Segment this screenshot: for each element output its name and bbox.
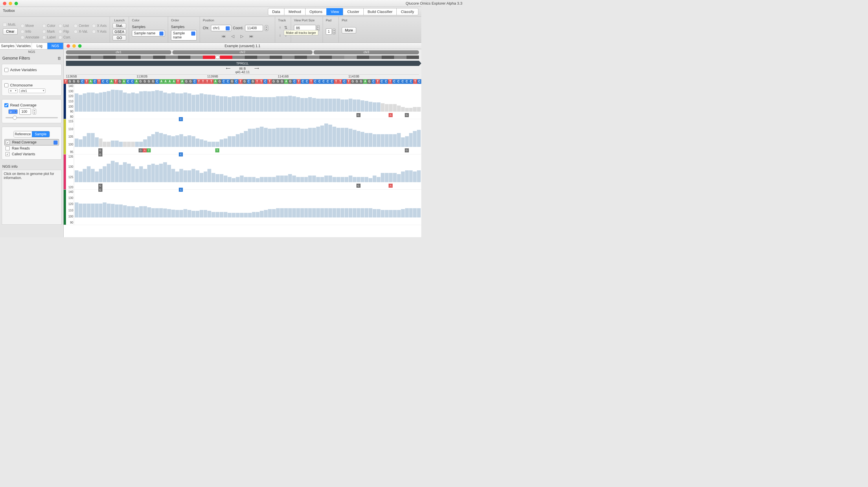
variant-marker[interactable]: T bbox=[215, 148, 219, 153]
chrom-overview-chr2[interactable]: chr2 bbox=[173, 50, 313, 54]
track-option-called-variants[interactable]: ✓Called Variants bbox=[4, 151, 59, 157]
coverage-track-sample1[interactable]: 1401301201101009080CGAG bbox=[64, 84, 421, 119]
coverage-track-sample3[interactable]: 135130125120GGCGA bbox=[64, 155, 421, 190]
variant-marker[interactable]: G bbox=[138, 148, 143, 153]
tool-center[interactable]: Center bbox=[74, 24, 89, 28]
nav-rewind-icon[interactable]: ⏮ bbox=[220, 34, 227, 39]
tool-x-val[interactable]: X-Val. bbox=[74, 30, 89, 34]
track-option-raw-reads[interactable]: Raw Reads bbox=[4, 145, 59, 151]
ideogram-band bbox=[257, 56, 270, 59]
chrom-overview-chr3[interactable]: chr3 bbox=[314, 50, 419, 54]
base-T: T bbox=[97, 79, 101, 84]
checkbox-icon[interactable]: ✓ bbox=[5, 152, 9, 156]
checkbox-icon[interactable] bbox=[5, 146, 9, 151]
tool-flip[interactable]: Flip bbox=[58, 30, 71, 34]
lefttab-samples[interactable]: Samples bbox=[0, 43, 16, 49]
tool-mark[interactable]: Mark bbox=[42, 30, 56, 34]
variant-marker[interactable]: A bbox=[389, 184, 393, 188]
pad-input[interactable]: 1 bbox=[326, 28, 332, 35]
read-coverage-checkbox[interactable]: Read Coverage bbox=[4, 102, 59, 108]
cytoband-label: q41-42.11 bbox=[66, 70, 419, 74]
base-C: C bbox=[317, 79, 321, 84]
variant-marker[interactable]: G bbox=[356, 184, 361, 188]
variant-marker[interactable]: G bbox=[405, 148, 409, 153]
tool-color[interactable]: Color bbox=[42, 24, 56, 28]
tool-move[interactable]: Move bbox=[21, 24, 39, 28]
more-button[interactable]: More bbox=[342, 27, 356, 34]
multi-checkbox[interactable]: Multi. bbox=[3, 23, 18, 27]
menu-build-classifier[interactable]: Build Classifier bbox=[363, 8, 397, 15]
chrom-overview-chr1[interactable]: chr1 bbox=[66, 50, 171, 54]
tool-info[interactable]: Info bbox=[21, 30, 39, 34]
menu-cluster[interactable]: Cluster bbox=[343, 8, 363, 15]
ref-sample-segment[interactable]: Reference Sample bbox=[13, 131, 50, 137]
tool-corr[interactable]: Corr. bbox=[58, 35, 71, 39]
readcov-op-select[interactable]: ≥ bbox=[8, 109, 18, 114]
track-up-icon[interactable]: ↑ bbox=[278, 25, 282, 30]
coverage-track-sample4[interactable]: 14013012011010090 bbox=[64, 190, 421, 225]
gene-bar[interactable]: TPRG1L bbox=[66, 61, 419, 66]
launch-go-button[interactable]: GO bbox=[113, 35, 126, 40]
lefttab-log[interactable]: Log bbox=[32, 43, 48, 49]
lefttab-ngs[interactable]: NGS bbox=[48, 43, 63, 49]
chromosome-overview[interactable]: chr1chr2chr3 bbox=[66, 50, 419, 54]
chr-select[interactable]: chr1 bbox=[211, 25, 231, 31]
readcov-stepper[interactable]: ▴▾ bbox=[33, 109, 36, 115]
ideogram[interactable] bbox=[66, 56, 419, 59]
active-variables-checkbox[interactable]: Active Variables bbox=[4, 66, 59, 73]
variant-marker[interactable]: T bbox=[147, 148, 151, 153]
coverage-track-sample2[interactable]: 11511010510095GGGATCTG bbox=[64, 119, 421, 155]
checkbox-icon[interactable]: ✓ bbox=[6, 140, 10, 144]
coverage-tracks[interactable]: 1401301201101009080CGAG11511010510095GGG… bbox=[64, 84, 421, 237]
ideogram-band bbox=[153, 56, 165, 59]
variant-marker[interactable]: A bbox=[143, 148, 147, 153]
pad-stepper[interactable]: ▴▾ bbox=[333, 29, 336, 34]
tool-annotate[interactable]: Annotate bbox=[21, 35, 39, 39]
clear-button[interactable]: Clear bbox=[3, 28, 18, 35]
track-option-read-coverage[interactable]: ✓Read Coverage bbox=[4, 139, 59, 145]
color-select[interactable]: Sample name bbox=[132, 30, 165, 36]
track-swap-icon[interactable]: ⇅ bbox=[284, 25, 288, 30]
menu-options[interactable]: Options bbox=[305, 8, 327, 15]
ideogram-band bbox=[116, 56, 128, 59]
ideogram-band bbox=[382, 56, 394, 59]
base-T: T bbox=[334, 79, 338, 84]
menu-view[interactable]: View bbox=[327, 8, 343, 15]
variant-marker[interactable]: G bbox=[356, 113, 361, 117]
nav-ffwd-icon[interactable]: ⏭ bbox=[248, 34, 255, 39]
nav-next-icon[interactable]: ▷ bbox=[239, 34, 245, 39]
tool-y-axis[interactable]: Y Axis bbox=[92, 30, 106, 34]
variant-marker[interactable]: G bbox=[98, 184, 102, 188]
sample-tab[interactable]: Sample bbox=[32, 131, 50, 137]
variant-marker[interactable]: A bbox=[389, 113, 393, 117]
base-G: G bbox=[188, 79, 192, 84]
chromosome-checkbox[interactable]: Chromosome bbox=[4, 82, 59, 89]
order-select[interactable]: Sample name bbox=[171, 30, 197, 40]
menu-classify[interactable]: Classify bbox=[396, 8, 418, 15]
chrom-val-select[interactable]: chr1 bbox=[20, 89, 45, 93]
base-A: A bbox=[284, 79, 288, 84]
launch-stat-button[interactable]: Stat. bbox=[113, 23, 126, 28]
trash-icon[interactable]: 🗑 bbox=[57, 56, 61, 60]
tool-x-axis[interactable]: X Axis bbox=[92, 24, 106, 28]
document-title: Example (unsaved) 1.1 bbox=[64, 44, 421, 48]
reference-tab[interactable]: Reference bbox=[14, 131, 32, 137]
menu-method[interactable]: Method bbox=[284, 8, 305, 15]
menu-data[interactable]: Data bbox=[268, 8, 284, 15]
lefttab-variables[interactable]: Variables bbox=[16, 43, 32, 49]
tool-list[interactable]: List bbox=[58, 24, 71, 28]
ideogram-band bbox=[369, 56, 382, 59]
tool-label[interactable]: Label bbox=[42, 35, 56, 39]
chrom-op-select[interactable]: = bbox=[8, 89, 18, 93]
readcov-slider[interactable] bbox=[5, 117, 58, 118]
variant-marker[interactable]: G bbox=[98, 148, 102, 153]
variant-marker[interactable]: G bbox=[405, 113, 409, 117]
nav-prev-icon[interactable]: ◁ bbox=[230, 34, 236, 39]
base-T: T bbox=[267, 79, 271, 84]
base-G: G bbox=[272, 79, 276, 84]
readcov-value-input[interactable]: 100 bbox=[20, 108, 31, 115]
coord-stepper[interactable]: ▴▾ bbox=[265, 25, 268, 31]
coord-input[interactable]: 11408 bbox=[245, 25, 263, 31]
launch-gsea-button[interactable]: GSEA bbox=[113, 29, 126, 34]
track-down-icon[interactable]: ↓ bbox=[278, 32, 282, 38]
